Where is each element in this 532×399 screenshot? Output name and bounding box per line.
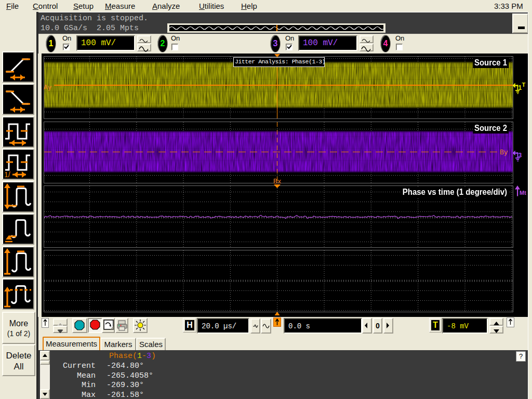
svg-text:1: 1 (518, 84, 522, 91)
svg-text:3: 3 (518, 152, 522, 159)
svg-text:1/: 1/ (4, 170, 10, 179)
svg-text:Mt: Mt (520, 190, 526, 196)
svg-text:T: T (522, 82, 526, 88)
